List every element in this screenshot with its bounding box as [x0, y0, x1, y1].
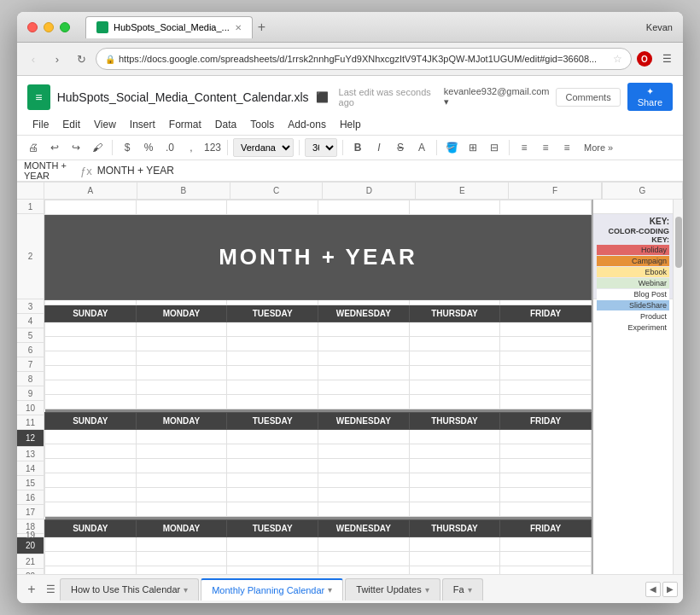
toolbar-redo-icon[interactable]: ↪ — [67, 138, 85, 157]
cell[interactable] — [318, 337, 409, 351]
cell[interactable] — [409, 566, 500, 575]
cell[interactable] — [45, 502, 137, 517]
cell[interactable] — [136, 566, 227, 575]
menu-addons[interactable]: Add-ons — [283, 116, 331, 133]
cell[interactable] — [318, 488, 409, 502]
toolbar-fillcolor-button[interactable]: 🪣 — [442, 138, 461, 157]
cell[interactable] — [409, 488, 500, 502]
cell-a1[interactable] — [45, 200, 137, 215]
cell[interactable] — [409, 459, 500, 473]
col-header-e[interactable]: E — [416, 183, 509, 199]
cell[interactable] — [227, 430, 318, 444]
toolbar-percent-icon[interactable]: % — [139, 138, 158, 157]
cell[interactable] — [45, 444, 137, 459]
col-header-d[interactable]: D — [323, 183, 416, 199]
cell[interactable] — [227, 351, 318, 366]
menu-insert[interactable]: Insert — [125, 116, 160, 133]
menu-edit[interactable]: Edit — [57, 116, 85, 133]
cell[interactable] — [318, 395, 409, 409]
cell-f1[interactable] — [500, 200, 592, 215]
col-header-b[interactable]: B — [137, 183, 230, 199]
table-row[interactable] — [45, 473, 592, 488]
cell[interactable] — [227, 459, 318, 473]
table-row[interactable] — [45, 366, 592, 380]
cell[interactable] — [318, 459, 409, 473]
toolbar-format-123-icon[interactable]: 123 — [203, 138, 222, 157]
cell[interactable] — [409, 366, 500, 380]
cell[interactable] — [45, 459, 137, 473]
table-row[interactable] — [45, 502, 592, 517]
cell[interactable] — [318, 502, 409, 517]
cell[interactable] — [318, 322, 409, 337]
cell[interactable] — [227, 552, 318, 566]
cell[interactable] — [227, 473, 318, 488]
table-row[interactable] — [45, 351, 592, 366]
toolbar-paintformat-icon[interactable]: 🖌 — [88, 138, 107, 157]
cell[interactable] — [409, 430, 500, 444]
cell[interactable] — [500, 322, 592, 337]
menu-icon[interactable]: ☰ — [657, 49, 676, 68]
comments-button[interactable]: Comments — [556, 88, 620, 107]
maximize-button[interactable] — [60, 22, 70, 32]
cell-d1[interactable] — [318, 200, 409, 215]
scrollbar-thumb[interactable] — [675, 217, 682, 268]
cell-b1[interactable] — [136, 200, 227, 215]
sheet-nav-prev[interactable]: ◀ — [645, 582, 661, 597]
cell[interactable] — [136, 444, 227, 459]
cell[interactable] — [409, 351, 500, 366]
cell[interactable] — [136, 351, 227, 366]
toolbar-merge-button[interactable]: ⊟ — [485, 138, 504, 157]
cell[interactable] — [136, 552, 227, 566]
sheet-list-button[interactable]: ☰ — [41, 580, 60, 599]
toolbar-print-icon[interactable]: 🖨 — [24, 138, 43, 157]
cell[interactable] — [45, 566, 137, 575]
cell[interactable] — [45, 337, 137, 351]
cell[interactable] — [318, 552, 409, 566]
cell[interactable] — [136, 537, 227, 552]
col-header-c[interactable]: C — [230, 183, 324, 199]
toolbar-more-button[interactable]: More » — [579, 141, 618, 154]
toolbar-bold-button[interactable]: B — [348, 138, 367, 157]
bookmark-icon[interactable]: ☆ — [613, 53, 622, 65]
cell[interactable] — [227, 366, 318, 380]
back-button[interactable]: ‹ — [24, 49, 43, 68]
cell[interactable] — [318, 351, 409, 366]
toolbar-currency-icon[interactable]: $ — [118, 138, 137, 157]
toolbar-decimal-icon[interactable]: .0 — [160, 138, 179, 157]
table-row[interactable] — [45, 552, 592, 566]
sheet-tab-how-to-use[interactable]: How to Use This Calendar ▾ — [60, 578, 199, 600]
cell[interactable] — [45, 366, 137, 380]
menu-help[interactable]: Help — [335, 116, 366, 133]
cell[interactable] — [136, 322, 227, 337]
cell[interactable] — [500, 552, 592, 566]
table-row[interactable] — [45, 322, 592, 337]
cell[interactable] — [500, 444, 592, 459]
cell[interactable] — [227, 380, 318, 395]
cell[interactable] — [500, 351, 592, 366]
cell[interactable] — [409, 537, 500, 552]
table-row[interactable] — [45, 537, 592, 552]
add-sheet-button[interactable]: + — [22, 580, 41, 599]
col-header-g[interactable]: G — [602, 183, 683, 199]
cell[interactable] — [500, 537, 592, 552]
cell[interactable] — [136, 395, 227, 409]
toolbar-comma-icon[interactable]: , — [182, 138, 201, 157]
cell[interactable] — [45, 322, 137, 337]
cell[interactable] — [318, 430, 409, 444]
menu-data[interactable]: Data — [210, 116, 242, 133]
cell[interactable] — [45, 537, 137, 552]
forward-button[interactable]: › — [48, 49, 67, 68]
cell-e1[interactable] — [409, 200, 500, 215]
cell[interactable] — [227, 502, 318, 517]
menu-format[interactable]: Format — [164, 116, 207, 133]
cell[interactable] — [318, 366, 409, 380]
cell[interactable] — [136, 337, 227, 351]
table-row[interactable] — [45, 337, 592, 351]
cell[interactable] — [227, 322, 318, 337]
cell[interactable] — [318, 444, 409, 459]
close-button[interactable] — [27, 22, 38, 32]
cell[interactable] — [227, 395, 318, 409]
new-tab-button[interactable]: + — [258, 20, 265, 35]
toolbar-strikethrough-button[interactable]: S — [391, 138, 410, 157]
address-bar[interactable]: 🔒 https://docs.google.com/spreadsheets/d… — [96, 48, 632, 70]
